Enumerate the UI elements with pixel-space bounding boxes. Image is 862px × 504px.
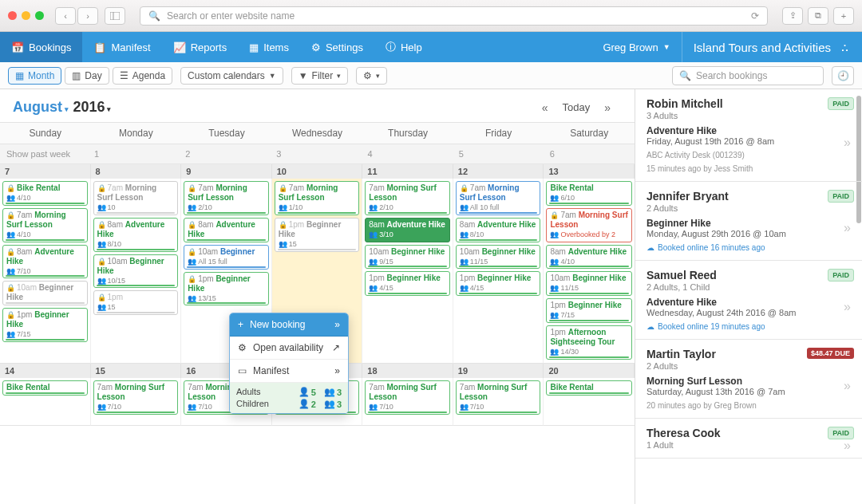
day-number[interactable]: 9 [181,164,272,179]
booking-card[interactable]: Robin MitchellPAID3 AdultsAdventure Hike… [635,89,862,182]
event-card[interactable]: 🔒7am Morning Surf Lesson👥4/10 [2,208,88,242]
event-card[interactable]: 🔒7am Morning Surf Lesson👥2/10 [184,181,269,215]
event-card[interactable]: 🔒Bike Rental👥4/10 [2,181,88,206]
tabs-icon[interactable]: ⧉ [808,7,828,25]
minimize-window-icon[interactable] [22,11,30,20]
event-capacity: 👥15 [97,303,175,312]
event-card[interactable]: 7am Morning Surf Lesson👥7/10 [365,380,450,415]
sidebar-toggle-icon[interactable] [105,7,125,25]
booking-card[interactable]: Samuel ReedPAID2 Adults, 1 ChildAdventur… [635,261,862,340]
event-card[interactable]: 10am Beginner Hike👥9/15 [365,245,450,270]
forward-button[interactable]: › [77,7,98,25]
booking-card[interactable]: Theresa CookPAID1 Adult» [635,419,862,459]
event-card[interactable]: 🔒7am Morning Surf Lesson👥All 10 full [456,181,541,215]
filter-dropdown[interactable]: ▼Filter▾ [291,67,349,85]
calendar-cell[interactable]: 🔒7am Morning Surf Lesson👥All 10 full8am … [453,179,544,364]
year-select[interactable]: 2016 ▾ [73,99,112,116]
calendar-cell[interactable]: 🔒Bike Rental👥4/10🔒7am Morning Surf Lesso… [0,179,91,364]
show-past-week-row[interactable]: Show past week 1 2 3 4 5 6 [0,144,635,164]
event-card[interactable]: 🔒1pm Beginner Hike👥13/15 [184,272,269,306]
event-card[interactable]: 8am Adventure Hike👥4/10 [546,245,632,270]
month-select[interactable]: August ▾ [13,99,69,116]
next-period-button[interactable]: » [604,101,611,114]
calendar-cell[interactable]: 🔒7am Morning Surf Lesson👥10🔒8am Adventur… [91,179,182,364]
day-number[interactable]: 12 [453,164,544,179]
clock-button[interactable]: 🕘 [832,66,854,85]
day-number[interactable]: 14 [0,364,91,378]
event-card[interactable]: 🔒8am Adventure Hike👥8/10 [93,218,179,252]
event-card[interactable]: 🔒10am Beginner👥All 15 full [184,245,269,270]
new-booking-button[interactable]: + New booking » [230,313,348,337]
event-card[interactable]: 🔒1pm 👥15 [93,290,179,315]
close-window-icon[interactable] [8,11,17,20]
event-card[interactable]: 🔒1pm Beginner Hike👥15 [275,218,360,252]
event-name: Morning Surf Lesson [460,183,520,202]
calendar-cell[interactable]: 7am Morning Surf Lesson👥7/10 [453,378,544,426]
nav-settings[interactable]: ⚙ Settings [300,32,374,62]
nav-items[interactable]: ▦ Items [238,32,300,62]
new-tab-button[interactable]: + [833,7,854,25]
event-card[interactable]: 🔒7am Morning Surf Lesson👥Overbooked by 2 [546,208,632,242]
event-card[interactable]: 1pm Beginner Hike👥7/15 [546,298,632,323]
view-day-button[interactable]: ▥Day [65,67,109,85]
event-card[interactable]: 8am Adventure Hike👥8/10 [456,218,541,242]
today-button[interactable]: Today [563,101,591,113]
event-card[interactable]: 🔒8am Adventure Hike👥7/10 [2,245,88,279]
booking-card[interactable]: Martin Taylor$48.47 DUE2 AdultsMorning S… [635,340,862,419]
calendar-cell[interactable]: Bike Rental [544,378,635,426]
event-card[interactable]: 🔒7am Morning Surf Lesson👥1/10 [275,181,360,215]
event-card[interactable]: 1pm Beginner Hike👥4/15 [365,271,450,296]
prev-period-button[interactable]: « [542,101,548,114]
event-card[interactable]: 🔒8am Adventure Hike [184,218,269,242]
event-card[interactable]: 7am Morning Surf Lesson👥7/10 [456,380,541,415]
view-month-button[interactable]: ▦Month [8,67,61,85]
day-number[interactable]: 19 [453,364,544,378]
day-number[interactable]: 8 [91,164,182,179]
event-card[interactable]: 8am Adventure Hike👥3/10 [365,218,450,242]
day-number[interactable]: 11 [362,164,453,179]
event-card[interactable]: 🔒1pm Beginner Hike👥7/15 [2,308,88,342]
day-number[interactable]: 20 [544,364,635,378]
url-bar[interactable]: 🔍 Search or enter website name ⟳ [140,6,768,26]
search-bookings-input[interactable]: 🔍 Search bookings [672,66,824,85]
event-card[interactable]: 10am Beginner Hike👥11/15 [546,271,632,296]
manifest-button[interactable]: ▭ Manifest » [230,360,348,383]
event-card[interactable]: 🔒7am Morning Surf Lesson👥10 [93,181,179,215]
event-card[interactable]: 🔒10am Beginner Hike [2,281,88,305]
custom-calendars-dropdown[interactable]: Custom calendars▼ [180,67,283,85]
calendar-cell[interactable]: 7am Morning Surf Lesson👥7/10 [362,378,453,426]
maximize-window-icon[interactable] [35,11,44,20]
event-card[interactable]: 7am Morning Surf Lesson👥2/10 [365,181,450,215]
event-card[interactable]: 10am Beginner Hike👥11/15 [456,245,541,270]
day-number[interactable]: 10 [272,164,363,179]
open-availability-button[interactable]: ⚙ Open availability ↗ [230,337,348,360]
brand-label[interactable]: Island Tours and Activities ⛬ [682,32,862,62]
event-card[interactable]: Bike Rental [2,380,88,396]
event-time: 7am [188,383,205,392]
share-icon[interactable]: ⇪ [782,7,803,25]
nav-manifest[interactable]: 📋 Manifest [82,32,161,62]
event-card[interactable]: Bike Rental👥6/10 [546,181,632,206]
booking-card[interactable]: Jennifer BryantPAID2 AdultsBeginner Hike… [635,182,862,261]
day-number[interactable]: 18 [362,364,453,378]
event-card[interactable]: Bike Rental [546,380,632,396]
day-number[interactable]: 7 [0,164,91,179]
view-agenda-button[interactable]: ☰Agenda [113,67,172,85]
reload-icon[interactable]: ⟳ [751,10,759,22]
back-button[interactable]: ‹ [55,7,76,25]
day-number[interactable]: 13 [544,164,635,179]
calendar-cell[interactable]: Bike Rental👥6/10🔒7am Morning Surf Lesson… [544,179,635,364]
event-card[interactable]: 1pm Beginner Hike👥4/15 [456,271,541,296]
nav-reports[interactable]: 📈 Reports [162,32,239,62]
event-card[interactable]: 🔒10am Beginner Hike👥10/15 [93,254,179,289]
calendar-cell[interactable]: 7am Morning Surf Lesson👥7/10 [91,378,182,426]
user-menu[interactable]: Greg Brown ▼ [591,32,681,62]
event-card[interactable]: 7am Morning Surf Lesson👥7/10 [93,380,179,415]
calendar-cell[interactable]: 7am Morning Surf Lesson👥2/108am Adventur… [362,179,453,364]
nav-bookings[interactable]: 📅 Bookings [0,32,82,62]
settings-dropdown[interactable]: ⚙▾ [356,67,387,85]
calendar-cell[interactable]: Bike Rental [0,378,91,426]
event-card[interactable]: 1pm Afternoon Sightseeing Tour👥14/30 [546,325,632,360]
nav-help[interactable]: ⓘ Help [374,32,433,62]
day-number[interactable]: 15 [91,364,182,378]
